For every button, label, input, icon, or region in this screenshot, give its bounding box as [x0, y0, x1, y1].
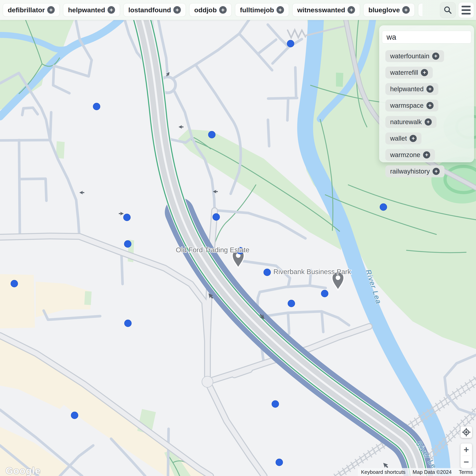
tag-chip-label: fulltimejob	[240, 6, 274, 14]
tag-chip-label: blueglove	[368, 6, 400, 14]
tag-chip-row: defibrillator +helpwanted +lostandfound …	[3, 3, 423, 17]
tag-chip-label: oddjob	[194, 6, 217, 14]
suggestion-label: naturewalk	[390, 118, 422, 126]
zoom-out-button[interactable]: −	[460, 456, 472, 468]
google-logo: Google	[6, 465, 41, 476]
attribution-link[interactable]: Terms	[459, 469, 473, 475]
tag-chip-blueglove[interactable]: blueglove +	[363, 3, 415, 17]
suggestion-naturewalk[interactable]: naturewalk +	[385, 116, 437, 128]
map-marker[interactable]	[213, 214, 220, 221]
add-tag-icon[interactable]: +	[402, 6, 410, 14]
suggestion-waterrefill[interactable]: waterrefill +	[385, 67, 433, 79]
suggestion-label: wallet	[390, 135, 407, 142]
tag-chip-fulltimejob[interactable]: fulltimejob +	[235, 3, 289, 17]
tag-search-panel: waterfountain +waterrefill +helpwanted +…	[379, 25, 474, 162]
attribution-link[interactable]: Keyboard shortcuts	[361, 469, 405, 475]
suggestion-list: waterfountain +waterrefill +helpwanted +…	[379, 45, 474, 177]
my-location-icon	[462, 428, 471, 437]
suggestion-label: railwayhistory	[390, 168, 430, 175]
suggestion-helpwanted[interactable]: helpwanted +	[385, 83, 438, 95]
suggestion-label: warmzone	[390, 151, 420, 159]
suggestion-label: warmspace	[390, 102, 424, 109]
map-marker[interactable]	[71, 412, 78, 419]
zoom-control: + −	[460, 443, 472, 468]
tag-search-input[interactable]	[382, 31, 471, 43]
add-tag-icon[interactable]: +	[432, 52, 439, 60]
map-marker[interactable]	[287, 40, 294, 47]
add-tag-icon[interactable]: +	[47, 6, 55, 14]
tag-chip-label: witnesswanted	[297, 6, 345, 14]
map-marker[interactable]	[272, 401, 279, 408]
search-button[interactable]	[440, 2, 456, 18]
poi-label: Old Ford Trading Estate	[176, 246, 250, 254]
add-tag-icon[interactable]: +	[409, 135, 417, 142]
tag-chip-blueplaque[interactable]: blueplaque +	[418, 3, 423, 17]
add-tag-icon[interactable]: +	[107, 6, 115, 14]
map-marker[interactable]	[264, 269, 271, 276]
add-tag-icon[interactable]: +	[433, 168, 440, 175]
hamburger-icon	[461, 6, 471, 15]
add-tag-icon[interactable]: +	[426, 102, 434, 109]
map-marker[interactable]	[276, 459, 283, 466]
map-marker[interactable]	[124, 214, 131, 221]
map-marker[interactable]	[380, 204, 387, 211]
tag-chip-label: defibrillator	[8, 6, 45, 14]
map-marker[interactable]	[124, 240, 131, 248]
map-marker[interactable]	[11, 280, 18, 287]
attribution-link[interactable]: Map Data ©2024	[412, 469, 452, 475]
map-marker[interactable]	[288, 300, 295, 307]
suggestion-warmzone[interactable]: warmzone +	[385, 149, 435, 161]
add-tag-icon[interactable]: +	[173, 6, 181, 14]
add-tag-icon[interactable]: +	[219, 6, 227, 14]
tag-chip-defibrillator[interactable]: defibrillator +	[3, 3, 60, 17]
map-marker[interactable]	[321, 290, 328, 297]
tag-chip-label: helpwanted	[68, 6, 105, 14]
poi-label: Riverbank Business Park	[273, 268, 351, 275]
attribution-bar: Keyboard shortcutsMap Data ©2024Terms	[358, 468, 476, 476]
search-icon	[443, 6, 452, 15]
menu-button[interactable]	[458, 2, 474, 18]
map-marker[interactable]	[125, 320, 132, 327]
tag-chip-witnesswanted[interactable]: witnesswanted +	[292, 3, 360, 17]
add-tag-icon[interactable]: +	[423, 151, 430, 158]
map-marker[interactable]	[208, 131, 215, 138]
suggestion-warmspace[interactable]: warmspace +	[385, 100, 438, 111]
suggestion-railwayhistory[interactable]: railwayhistory +	[385, 165, 444, 177]
suggestion-label: waterrefill	[390, 69, 418, 76]
top-tag-bar: defibrillator +helpwanted +lostandfound …	[0, 0, 476, 20]
my-location-button[interactable]	[460, 426, 472, 438]
tag-chip-oddjob[interactable]: oddjob +	[189, 3, 231, 17]
add-tag-icon[interactable]: +	[347, 6, 355, 14]
tag-chip-helpwanted[interactable]: helpwanted +	[63, 3, 120, 17]
add-tag-icon[interactable]: +	[425, 119, 432, 126]
suggestion-label: waterfountain	[390, 52, 429, 60]
suggestion-label: helpwanted	[390, 85, 424, 93]
add-tag-icon[interactable]: +	[421, 69, 428, 76]
add-tag-icon[interactable]: +	[426, 85, 434, 93]
tag-chip-lostandfound[interactable]: lostandfound +	[123, 3, 186, 17]
map-marker[interactable]	[93, 103, 100, 110]
suggestion-waterfountain[interactable]: waterfountain +	[385, 50, 444, 62]
tag-chip-label: lostandfound	[128, 6, 171, 14]
zoom-in-button[interactable]: +	[460, 443, 472, 456]
add-tag-icon[interactable]: +	[276, 6, 284, 14]
suggestion-wallet[interactable]: wallet +	[385, 133, 422, 144]
